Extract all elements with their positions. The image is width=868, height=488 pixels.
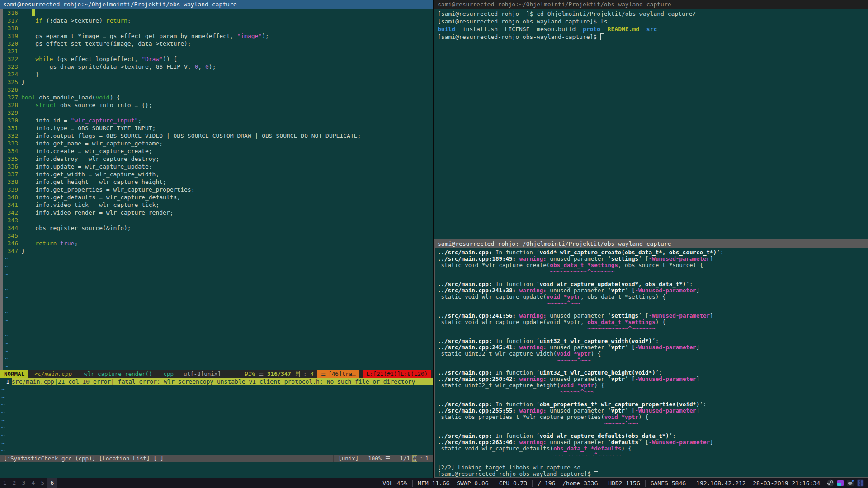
text-token: ]: [710, 439, 713, 446]
sign-column: [0, 362, 3, 370]
text-token: -Wunused-parameter: [635, 344, 696, 351]
terminal-line: ../src/main.cpp:250:42: warning: unused …: [438, 376, 868, 382]
sign-column: [0, 324, 3, 332]
line-number: 347: [3, 247, 21, 255]
text-token: void* wlr_capture_create(obs_data_t*, ob…: [540, 249, 717, 256]
text-token: ../src/main.cpp:: [438, 249, 492, 256]
workspace-button-5[interactable]: 5: [38, 478, 47, 488]
text-token: ~~~~~~^~~~: [438, 388, 594, 395]
tilde-char: ~: [3, 309, 8, 316]
tilde-char: ~: [3, 355, 8, 362]
text-token: ) {: [656, 319, 666, 325]
terminal-window-top: sami@resurrected-rohjo:~/Ohjelmointi/Pro…: [434, 0, 868, 239]
sign-column: [0, 255, 3, 263]
text-token: vptr: [611, 287, 625, 294]
text-token: ;: [74, 240, 78, 247]
code-text: info.get_properties = wlr_capture_proper…: [21, 186, 195, 193]
terminal-line: ~~~~~~^~~~: [438, 420, 868, 427]
text-token: In function ‘: [492, 249, 539, 256]
terminal-line: [2/2] Linking target libobs-wlr-capture.…: [438, 465, 868, 471]
tilde-line: ~: [0, 393, 433, 401]
text-token: ’:: [656, 369, 662, 376]
tilde-line: ~: [0, 447, 433, 455]
text-token: if: [35, 17, 42, 24]
line-number: 332: [3, 132, 21, 140]
terminal-line: static void wlr_capture_update(void *vpt…: [438, 319, 868, 325]
text-token: [516, 287, 519, 294]
tilde-char: ~: [3, 270, 8, 278]
loclist-empty-lines: ~~~~~~~~~: [0, 385, 433, 455]
workspace-button-6[interactable]: 6: [47, 478, 57, 488]
vim-code-line: 347}: [0, 247, 433, 255]
whitespace-warning-badge: ☰ [46]tra…: [317, 370, 359, 378]
text-token: ;: [127, 17, 131, 24]
terminal-line: ../src/main.cpp:255:55: warning: unused …: [438, 408, 868, 414]
terminal-line: ~~~~~~~~~~~~^~~~~~~~: [438, 325, 868, 332]
text-token: ../src/main.cpp:: [438, 338, 492, 344]
text-token: , obs_source_t *source) {: [618, 262, 703, 268]
text-token: ~~~~~~~~~~~~^~~~~~~~: [438, 451, 621, 458]
sign-column: [0, 270, 3, 278]
vim-code-line: 321: [0, 47, 433, 55]
line-number: 329: [3, 109, 21, 117]
text-token: }: [21, 248, 25, 254]
vim-code-line: 320 gs_effect_set_texture(image, data->t…: [0, 40, 433, 47]
terminal-line: ~~~~~~^~~~: [438, 357, 868, 363]
workspace-button-2[interactable]: 2: [9, 478, 19, 488]
terminal-bottom-titlebar[interactable]: sami@resurrected-rohjo:~/Ohjelmointi/Pro…: [434, 239, 868, 248]
text-token: info.get_height = wlr_capture_height;: [21, 178, 166, 185]
system-bar: 123456 VOL 45%MEM 11.6G SWAP 0.0GCPU 0.7…: [0, 478, 868, 488]
text-token: ~~~~~~^~~~: [438, 300, 580, 306]
tilde-line: ~: [0, 270, 433, 278]
line-number: 334: [3, 147, 21, 155]
text-token: void wlr_capture_defaults(obs_data_t*): [540, 432, 669, 439]
vim-code-lines: 316 317 if (!data->texture) return;31831…: [0, 9, 433, 255]
sign-column: [0, 155, 3, 163]
terminal-top-titlebar[interactable]: sami@resurrected-rohjo:~/Ohjelmointi/Pro…: [434, 0, 868, 9]
vim-code-line: 331 info.type = OBS_SOURCE_TYPE_INPUT;: [0, 124, 433, 132]
text-token: info.type = OBS_SOURCE_TYPE_INPUT;: [21, 125, 156, 131]
workspace-button-3[interactable]: 3: [19, 478, 28, 488]
terminal-line: static obs_properties_t *wlr_capture_pro…: [438, 414, 868, 420]
terminal-bottom-content[interactable]: ../src/main.cpp: In function ‘void* wlr_…: [434, 248, 868, 478]
text-token: [sami@resurrected-rohjo obs-wayland-capt…: [438, 33, 600, 40]
vim-colon: :: [303, 370, 307, 378]
sign-column: [0, 140, 3, 147]
vim-window-titlebar[interactable]: sami@resurrected-rohjo:~/Ohjelmointi/Pro…: [0, 0, 433, 9]
text-token: warning:: [519, 439, 547, 446]
sign-column: [0, 101, 3, 109]
whitespace-warning-text: [46]tra…: [328, 370, 355, 378]
text-token: ;: [138, 117, 142, 124]
sign-column: [0, 55, 3, 63]
workspace-button-1[interactable]: 1: [0, 478, 9, 488]
sign-column: [0, 178, 3, 186]
text-token: unused parameter ‘: [547, 255, 611, 262]
vim-buffer-area[interactable]: 316 317 if (!data->texture) return;31831…: [0, 9, 433, 478]
text-token: );: [262, 33, 269, 39]
line-number: 339: [3, 186, 21, 193]
tilde-line: ~: [0, 339, 433, 347]
line-number: 322: [3, 55, 21, 63]
terminal-line: [438, 363, 868, 370]
text-token: }: [21, 71, 39, 78]
vim-column-number: 4: [311, 370, 314, 378]
line-number: 316: [3, 9, 21, 17]
games-grid-tray-icon[interactable]: [857, 479, 864, 487]
text-token: ../src/main.cpp:241:38:: [438, 287, 516, 294]
lutris-tray-icon[interactable]: [837, 479, 844, 487]
discord-tray-icon[interactable]: [847, 479, 854, 487]
line-number: 331: [3, 124, 21, 132]
steam-tray-icon[interactable]: [827, 479, 834, 487]
terminal-top-content[interactable]: [sami@resurrected-rohjo ~]$ cd Ohjelmoin…: [434, 9, 868, 239]
text-token: [516, 375, 519, 382]
vim-filename: <c/main.cpp: [28, 370, 78, 378]
workspace-button-4[interactable]: 4: [28, 478, 38, 488]
location-list-entry[interactable]: 1 src/main.cpp|21 col 10 error| fatal er…: [0, 378, 433, 385]
loclist-scroll-percent: 100% ☰: [363, 455, 395, 462]
text-token: [21, 17, 35, 24]
vim-code-line: 344 obs_register_source(&info);: [0, 224, 433, 232]
terminal-line: ../src/main.cpp: In function ‘uint32_t w…: [438, 338, 868, 344]
sign-column: [0, 63, 3, 70]
sign-column: [0, 24, 3, 32]
sign-column: [0, 355, 3, 362]
